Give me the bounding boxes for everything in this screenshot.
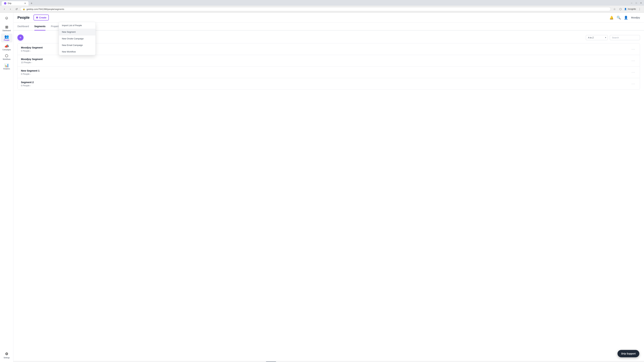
tab-dashboard-label: Dashboard: [18, 25, 29, 28]
dropdown-new-workflow[interactable]: New Workflow: [59, 48, 96, 55]
segment-actions-button[interactable]: ···: [630, 70, 636, 75]
segment-info: Moodjoy Segment 0 People ›: [21, 46, 630, 52]
new-tab-button[interactable]: +: [29, 1, 34, 6]
dropdown-new-onsite[interactable]: New Onsite Campaign: [59, 35, 96, 42]
sidebar-item-label: People: [4, 39, 10, 41]
minimize-button[interactable]: ─: [630, 2, 633, 4]
content-area: + A to Z Z to A Date Created Date Modifi…: [14, 30, 644, 361]
segment-actions-button[interactable]: ···: [630, 58, 636, 63]
analytics-icon: 📊: [4, 63, 9, 67]
new-segment-label: New Segment: [62, 31, 76, 33]
add-segment-icon: +: [20, 35, 22, 40]
dashboard-icon: ⊞: [5, 25, 8, 29]
people-icon: 👥: [4, 35, 9, 38]
sidebar-item-dashboard[interactable]: ⊞ Dashboard: [1, 24, 12, 33]
segment-people-count[interactable]: 13 People ›: [21, 61, 630, 64]
browser-title-bar: ☺ Drip ✕ + ─ □ ✕: [0, 0, 644, 6]
segment-row: Moodjoy Segment 13 People › ···: [18, 55, 640, 66]
address-text: getdrip.com/7641396/people/segments: [26, 8, 64, 10]
tab-close-button[interactable]: ✕: [24, 2, 26, 4]
add-segment-button[interactable]: +: [18, 34, 24, 40]
sidebar-logo: ☺: [3, 14, 10, 21]
import-list-label: Import List of People: [62, 24, 82, 27]
segment-row: Moodjoy Segment 0 People › ···: [18, 43, 640, 55]
segment-info: Moodjoy Segment 13 People ›: [21, 58, 630, 64]
people-chevron-icon: ›: [30, 85, 31, 87]
create-button-label: Create: [39, 16, 46, 19]
username: Moodjoy: [631, 16, 640, 19]
extension-icon[interactable]: ⬡: [618, 7, 623, 11]
sidebar-nav: ⊞ Dashboard 👥 People 📣 Campaigns ⬡ Workf…: [1, 24, 12, 351]
incognito-label: Incognito: [628, 8, 636, 10]
logo-icon: ☺: [4, 15, 9, 20]
user-icon[interactable]: 👤: [624, 15, 628, 19]
bookmark-icon[interactable]: ☆: [612, 7, 617, 11]
dropdown-new-email[interactable]: New Email Campaign: [59, 42, 96, 48]
tab-segments-label: Segments: [34, 25, 46, 28]
segment-info: New Segment 1 0 People ›: [21, 69, 630, 75]
segment-name: Segment 2: [21, 81, 630, 84]
sidebar: ☺ ⊞ Dashboard 👥 People 📣 Campaigns ⬡ Wor…: [0, 12, 14, 362]
tab-dashboard[interactable]: Dashboard: [18, 23, 29, 30]
settings-icon: ⚙: [5, 352, 8, 356]
top-header: People ⊕ Create Import List of People Ne…: [14, 12, 644, 23]
incognito-badge: 👤 Incognito: [624, 8, 636, 10]
sidebar-item-label: Analytics: [3, 68, 10, 70]
back-button[interactable]: ‹: [2, 7, 7, 11]
dropdown-import-list[interactable]: Import List of People: [59, 22, 96, 29]
sidebar-item-people[interactable]: 👥 People: [1, 33, 12, 42]
search-icon[interactable]: 🔍: [617, 15, 621, 19]
window-controls: ─ □ ✕: [630, 2, 642, 5]
address-bar[interactable]: 🔒 getdrip.com/7641396/people/segments: [20, 7, 611, 11]
create-plus-icon: ⊕: [36, 16, 38, 19]
reload-button[interactable]: ↺: [14, 7, 19, 11]
search-input[interactable]: [610, 35, 640, 40]
segment-info: Segment 2 0 People ›: [21, 81, 630, 87]
close-window-button[interactable]: ✕: [640, 2, 642, 4]
notification-icon[interactable]: 🔔: [610, 15, 614, 19]
scroll-indicator: [14, 361, 644, 362]
sidebar-item-workflows[interactable]: ⬡ Workflows: [1, 53, 12, 61]
browser-toolbar: ‹ › ↺ 🔒 getdrip.com/7641396/people/segme…: [0, 6, 644, 12]
people-chevron-icon: ›: [30, 73, 31, 75]
segment-people-count[interactable]: 0 People ›: [21, 84, 630, 87]
main-content: People ⊕ Create Import List of People Ne…: [14, 12, 644, 362]
segment-people-count[interactable]: 0 People ›: [21, 73, 630, 75]
tab-title: Drip: [8, 2, 23, 4]
drip-support-button[interactable]: Drip Support: [618, 350, 639, 357]
segment-actions-button[interactable]: ···: [630, 81, 636, 86]
sidebar-item-settings[interactable]: ⚙ Settings: [1, 351, 12, 360]
sidebar-item-analytics[interactable]: 📊 Analytics: [1, 62, 12, 71]
sidebar-item-label: Campaigns: [2, 49, 11, 51]
page-title: People: [18, 15, 30, 20]
segment-name: New Segment 1: [21, 69, 630, 72]
lock-icon: 🔒: [23, 8, 25, 10]
toolbar-icons: ☆ ⬡ 👤 Incognito ⋮: [612, 7, 642, 11]
sort-select[interactable]: A to Z Z to A Date Created Date Modified: [586, 35, 608, 40]
dropdown-new-segment[interactable]: New Segment: [59, 29, 96, 35]
browser-tab-drip[interactable]: ☺ Drip ✕: [2, 1, 28, 5]
maximize-button[interactable]: □: [635, 2, 638, 4]
create-dropdown-menu: Import List of People New Segment New On…: [59, 22, 96, 55]
browser-chrome: ☺ Drip ✕ + ─ □ ✕ ‹ › ↺ 🔒 getdrip.com/764…: [0, 0, 644, 12]
menu-icon[interactable]: ⋮: [637, 7, 642, 11]
sort-wrapper: A to Z Z to A Date Created Date Modified…: [586, 35, 608, 40]
create-button[interactable]: ⊕ Create: [34, 14, 49, 20]
sidebar-item-label: Dashboard: [2, 30, 11, 31]
content-toolbar: + A to Z Z to A Date Created Date Modifi…: [18, 34, 640, 40]
new-onsite-label: New Onsite Campaign: [62, 37, 84, 40]
settings-label: Settings: [4, 357, 10, 359]
segment-people-count[interactable]: 0 People ›: [21, 50, 630, 52]
drip-support-label: Drip Support: [621, 352, 636, 355]
segment-actions-button[interactable]: ···: [630, 47, 636, 52]
segment-name: Moodjoy Segment: [21, 58, 630, 60]
tab-segments[interactable]: Segments: [34, 23, 46, 30]
app-container: ☺ ⊞ Dashboard 👥 People 📣 Campaigns ⬡ Wor…: [0, 12, 644, 362]
sidebar-item-label: Workflows: [3, 58, 10, 60]
sidebar-item-campaigns[interactable]: 📣 Campaigns: [1, 43, 12, 52]
forward-button[interactable]: ›: [8, 7, 13, 11]
incognito-icon: 👤: [624, 8, 627, 10]
segment-name: Moodjoy Segment: [21, 46, 630, 49]
campaigns-icon: 📣: [4, 44, 9, 48]
scroll-thumb[interactable]: [266, 361, 276, 362]
